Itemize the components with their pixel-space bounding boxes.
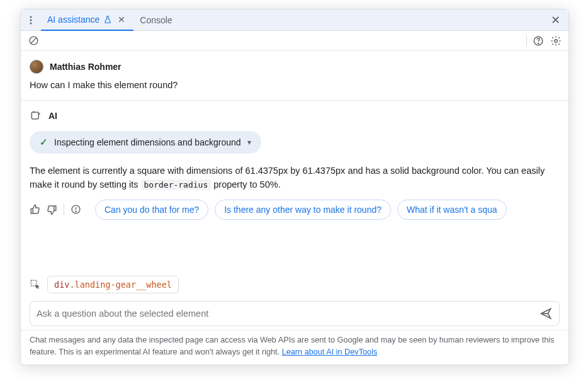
learn-more-link[interactable]: Learn about AI in DevTools	[282, 348, 378, 356]
prompt-input[interactable]	[37, 309, 533, 319]
report-icon[interactable]	[71, 204, 81, 215]
suggestion-chips: Can you do that for me? Is there any oth…	[95, 200, 507, 220]
ai-header: AI	[30, 110, 560, 122]
element-picker-icon[interactable]	[30, 279, 41, 290]
ai-body-post: property to 50%.	[211, 179, 280, 190]
user-message: Matthias Rohmer How can I make this elem…	[21, 51, 568, 100]
svg-line-4	[31, 38, 37, 43]
toolbar	[21, 31, 568, 51]
user-question: How can I make this element round?	[30, 80, 560, 90]
user-name: Matthias Rohmer	[50, 62, 122, 72]
svg-point-2	[30, 22, 32, 24]
prompt-box	[30, 301, 560, 326]
tab-label: Console	[140, 15, 172, 25]
ai-body-pre: The element is currently a square with d…	[30, 166, 545, 190]
chat-content: Matthias Rohmer How can I make this elem…	[21, 51, 568, 268]
svg-point-1	[30, 19, 32, 21]
feedback-row: Can you do that for me? Is there any oth…	[30, 200, 560, 220]
close-tab-icon[interactable]: ✕	[116, 14, 127, 25]
clear-icon[interactable]	[27, 35, 40, 47]
suggestion-chip[interactable]: What if it wasn't a squa	[397, 200, 507, 220]
inspect-step-chip[interactable]: ✓ Inspecting element dimensions and back…	[30, 131, 261, 154]
help-icon[interactable]	[532, 35, 545, 47]
ai-message: AI ✓ Inspecting element dimensions and b…	[21, 101, 568, 230]
suggestion-chip[interactable]: Is there any other way to make it round?	[215, 200, 391, 220]
feedback-divider	[64, 204, 64, 215]
kebab-menu-icon[interactable]	[25, 14, 37, 26]
selected-element-chip[interactable]: div.landing-gear__wheel	[47, 276, 179, 293]
tab-ai-assistance[interactable]: AI assistance ✕	[41, 9, 133, 31]
suggestion-chip[interactable]: Can you do that for me?	[95, 200, 208, 220]
tab-label: AI assistance	[47, 14, 99, 25]
ai-label: AI	[48, 111, 57, 121]
svg-point-7	[555, 39, 558, 42]
selected-element-row: div.landing-gear__wheel	[30, 276, 560, 293]
svg-point-11	[76, 212, 76, 212]
sparkle-icon	[30, 110, 42, 122]
devtools-panel: AI assistance ✕ Console ✕ Matthias Rohme…	[20, 9, 569, 365]
code-snippet: border-radius	[141, 179, 212, 190]
chevron-down-icon: ▾	[247, 138, 251, 147]
tab-console[interactable]: Console	[133, 9, 178, 31]
avatar	[30, 60, 43, 74]
send-icon[interactable]	[539, 307, 553, 320]
toolbar-divider	[526, 35, 527, 47]
flask-icon	[103, 15, 112, 24]
check-icon: ✓	[40, 137, 48, 148]
element-class: .landing-gear__wheel	[69, 280, 172, 290]
thumbs-up-icon[interactable]	[30, 204, 41, 215]
inspect-step-label: Inspecting element dimensions and backgr…	[54, 137, 241, 147]
svg-point-0	[30, 16, 32, 18]
ai-response-text: The element is currently a square with d…	[30, 164, 560, 192]
user-header: Matthias Rohmer	[30, 60, 560, 74]
gear-icon[interactable]	[550, 35, 562, 47]
close-panel-icon[interactable]: ✕	[550, 13, 565, 28]
thumbs-down-icon[interactable]	[46, 204, 57, 215]
input-area: div.landing-gear__wheel	[21, 268, 568, 330]
element-tag: div	[54, 280, 69, 290]
disclaimer-footer: Chat messages and any data the inspected…	[21, 330, 568, 365]
svg-rect-8	[31, 112, 38, 119]
tab-bar: AI assistance ✕ Console ✕	[21, 9, 568, 31]
svg-point-6	[538, 43, 538, 43]
feedback-icons	[30, 204, 81, 215]
